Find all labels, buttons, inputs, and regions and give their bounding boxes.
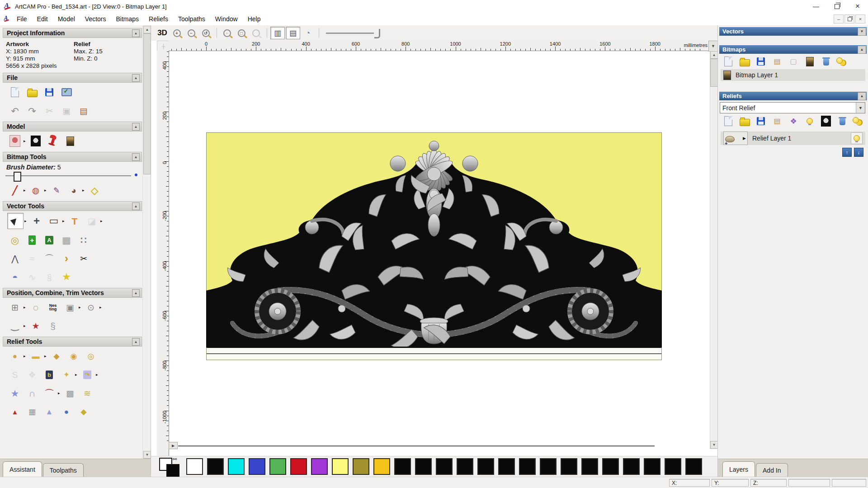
relief-layer-name[interactable]: Relief Layer 1 [752,135,791,142]
zero-relief-flyout-arrow[interactable]: ▸ [44,354,48,358]
window-close-button[interactable]: × [847,0,868,13]
paint-brush-icon[interactable]: ╱ [7,183,23,198]
palette-swatch-23[interactable] [665,458,681,475]
block-copy-icon[interactable]: + [24,232,40,248]
child-close-button[interactable]: × [855,14,865,23]
toggle-all-relief-layers-icon[interactable] [853,116,864,127]
relief-layer-icon-box[interactable]: ▶ [723,131,748,145]
open-relief-layer-icon[interactable] [739,116,750,127]
star-wizard-icon[interactable]: ★ [7,385,23,401]
model-options-icon[interactable] [59,84,74,100]
align-vectors-icon[interactable]: ⊞ [7,300,23,315]
delete-bitmap-layer-icon[interactable] [820,56,832,67]
relief-layer-expander-icon[interactable]: ▶ [743,136,746,141]
palette-swatch-6[interactable] [311,458,328,475]
scroll-up-button[interactable]: ▲ [143,26,151,33]
secondary-colour-swatch[interactable] [166,464,179,477]
palette-swatch-24[interactable] [685,458,702,475]
set-model-size-icon[interactable] [7,133,23,149]
paste-icon[interactable]: ▤ [76,103,91,118]
weld-vectors-icon[interactable]: ⊙ [83,300,99,315]
transform-vectors-icon[interactable]: + [29,213,44,229]
basket-weave-icon[interactable]: ▦ [24,404,40,419]
scrollbar-thumb[interactable] [143,33,151,174]
canvas-horizontal-scrollbar[interactable] [178,446,655,446]
assistant-scrollbar[interactable]: ▲ ▼ [142,25,151,459]
bitmap-tools-rollup-button[interactable]: ▲ [132,153,140,161]
join-vectors-flyout-arrow[interactable]: ▸ [24,324,27,328]
paint-brush-flyout-arrow[interactable]: ▸ [24,188,27,192]
palette-swatch-13[interactable] [457,458,473,475]
new-bitmap-layer-icon[interactable] [722,56,734,67]
menu-vectors[interactable]: Vectors [80,14,111,24]
merge-low-icon[interactable]: ◎ [83,348,99,364]
palette-swatch-21[interactable] [623,458,640,475]
weave-wizard-icon[interactable]: ❖ [24,367,40,382]
child-restore-button[interactable] [844,14,854,23]
delete-relief-layer-icon[interactable] [836,116,848,127]
edit-palette-icon[interactable]: ◕ [66,183,81,198]
tab-layers[interactable]: Layers [722,461,755,477]
brush-slider-handle[interactable] [14,172,21,182]
window-restore-button[interactable] [826,0,847,13]
preview-relief-button[interactable]: ◔ [301,27,315,39]
swept-profile-icon[interactable]: ▲ [7,404,23,419]
move-layer-up-button[interactable]: ↑ [842,148,852,157]
wrap-vectors-icon[interactable]: ▦ [59,232,74,248]
calculate-relief-icon[interactable]: ● [7,348,23,364]
save-bitmap-layer-icon[interactable] [755,56,767,67]
palette-swatch-19[interactable] [581,458,598,475]
preview-relief-layer-icon[interactable] [804,116,816,127]
create-dome-icon[interactable]: ◓ [7,269,23,285]
align-vectors-flyout-arrow[interactable]: ▸ [24,305,27,310]
select-vectors-flyout-arrow[interactable]: ▸ [24,219,28,223]
texture-image-icon[interactable] [62,133,78,149]
window-minimize-button[interactable]: — [806,0,826,13]
menu-model[interactable]: Model [53,14,80,24]
spin-wizard-icon[interactable]: ● [59,404,74,419]
zoom-last-button[interactable]: ↺ [199,27,212,39]
canvas-scroll-up-button[interactable]: ▲ [710,51,718,59]
nesting-icon[interactable]: Nes ting [45,300,61,315]
paste-relief-layer-icon[interactable]: ▤ [771,116,783,127]
palette-swatch-16[interactable] [519,458,536,475]
zero-relief-icon[interactable]: ▬ [28,348,43,364]
toggle-all-bitmap-layers-icon[interactable] [836,56,848,67]
child-minimize-button[interactable]: – [834,14,844,23]
file-rollup-button[interactable]: ▲ [132,74,140,82]
relief-selector-dropdown-icon[interactable]: ▼ [856,103,865,113]
palette-swatch-12[interactable] [436,458,453,475]
palette-swatch-22[interactable] [644,458,660,475]
contrast-slider[interactable] [326,28,380,38]
menu-toolpaths[interactable]: Toolpaths [173,14,210,24]
node-editing-icon[interactable]: § [42,269,57,285]
weld-vectors-flyout-arrow[interactable]: ▸ [99,305,103,310]
group-vectors-flyout-arrow[interactable]: ▸ [79,305,82,310]
menu-file[interactable]: File [12,14,32,24]
zoom-out-button[interactable]: − [184,27,198,39]
texture-relief-icon[interactable]: ▩ [62,385,78,401]
palette-swatch-18[interactable] [561,458,577,475]
relief-selector-value[interactable]: Front Relief [720,104,856,112]
menu-bitmaps[interactable]: Bitmaps [111,14,144,24]
paste-along-curve-icon[interactable]: A [42,232,57,248]
menu-edit[interactable]: Edit [32,14,53,24]
create-rectangle-icon[interactable]: ▭ [46,213,61,229]
zoom-fit-button[interactable]: □ [235,27,248,39]
artwork-bitmap[interactable] [206,132,662,360]
group-vectors-icon[interactable]: ▣ [62,300,78,315]
colour-link-icon[interactable]: ⚯ [173,456,177,462]
distort-vectors-icon[interactable]: ★ [28,318,43,333]
edit-polyline-icon[interactable]: ∿ [24,269,40,285]
bitmap-layer-row[interactable]: Bitmap Layer 1 [721,69,865,81]
bitmap-layer-name[interactable]: Bitmap Layer 1 [736,71,778,79]
vector-tools-rollup-button[interactable]: ▲ [132,202,140,210]
cut-icon[interactable]: ✂ [42,103,57,118]
two-rail-sweep-flyout-arrow[interactable]: ▸ [58,391,61,395]
create-text-icon[interactable]: T [67,213,82,229]
measure-tape-icon[interactable]: ◎ [7,232,23,248]
open-model-icon[interactable] [24,84,40,100]
ruler-origin-box[interactable]: ┼ [157,41,170,52]
calculate-relief-flyout-arrow[interactable]: ▸ [24,354,27,358]
tab-add-in[interactable]: Add In [756,463,788,477]
